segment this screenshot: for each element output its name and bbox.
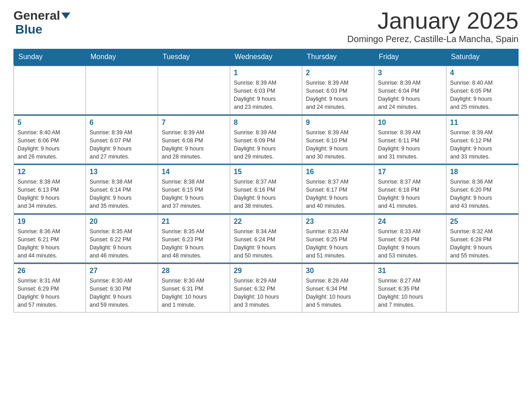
calendar-cell: 20Sunrise: 8:35 AM Sunset: 6:22 PM Dayli… <box>86 214 158 263</box>
day-number: 2 <box>306 69 370 77</box>
day-number: 31 <box>378 267 442 275</box>
calendar-cell: 25Sunrise: 8:32 AM Sunset: 6:28 PM Dayli… <box>446 214 519 263</box>
calendar-cell: 10Sunrise: 8:39 AM Sunset: 6:11 PM Dayli… <box>374 116 446 164</box>
day-number: 16 <box>306 168 370 176</box>
day-number: 15 <box>234 168 298 176</box>
day-number: 9 <box>306 119 370 127</box>
calendar-cell: 28Sunrise: 8:30 AM Sunset: 6:31 PM Dayli… <box>158 264 230 313</box>
day-info: Sunrise: 8:39 AM Sunset: 6:03 PM Dayligh… <box>234 79 298 111</box>
day-number: 10 <box>378 119 442 127</box>
calendar-cell: 24Sunrise: 8:33 AM Sunset: 6:26 PM Dayli… <box>374 214 446 263</box>
day-number: 18 <box>450 168 515 176</box>
day-info: Sunrise: 8:28 AM Sunset: 6:34 PM Dayligh… <box>306 277 370 309</box>
location-subtitle: Domingo Perez, Castille-La Mancha, Spain <box>348 34 519 44</box>
day-info: Sunrise: 8:36 AM Sunset: 6:20 PM Dayligh… <box>450 178 515 210</box>
calendar-cell: 12Sunrise: 8:38 AM Sunset: 6:13 PM Dayli… <box>14 165 86 214</box>
calendar-header-tuesday: Tuesday <box>158 49 230 65</box>
calendar-cell <box>446 264 519 313</box>
day-number: 29 <box>234 267 298 275</box>
calendar-cell: 27Sunrise: 8:30 AM Sunset: 6:30 PM Dayli… <box>86 264 158 313</box>
calendar-table: SundayMondayTuesdayWednesdayThursdayFrid… <box>13 49 519 313</box>
calendar-week-row-3: 19Sunrise: 8:36 AM Sunset: 6:21 PM Dayli… <box>14 214 519 263</box>
day-info: Sunrise: 8:39 AM Sunset: 6:03 PM Dayligh… <box>306 79 370 111</box>
calendar-cell: 11Sunrise: 8:39 AM Sunset: 6:12 PM Dayli… <box>446 116 519 164</box>
logo-general-text: General <box>13 9 60 23</box>
calendar-cell: 2Sunrise: 8:39 AM Sunset: 6:03 PM Daylig… <box>302 66 374 115</box>
day-info: Sunrise: 8:37 AM Sunset: 6:17 PM Dayligh… <box>306 178 370 210</box>
calendar-cell: 16Sunrise: 8:37 AM Sunset: 6:17 PM Dayli… <box>302 165 374 214</box>
day-info: Sunrise: 8:37 AM Sunset: 6:18 PM Dayligh… <box>378 178 442 210</box>
day-info: Sunrise: 8:39 AM Sunset: 6:10 PM Dayligh… <box>306 128 370 161</box>
day-info: Sunrise: 8:29 AM Sunset: 6:32 PM Dayligh… <box>234 277 298 309</box>
calendar-cell: 18Sunrise: 8:36 AM Sunset: 6:20 PM Dayli… <box>446 165 519 214</box>
day-number: 3 <box>378 69 442 77</box>
calendar-cell: 3Sunrise: 8:39 AM Sunset: 6:04 PM Daylig… <box>374 66 446 115</box>
month-title: January 2025 <box>348 9 519 32</box>
calendar-cell: 15Sunrise: 8:37 AM Sunset: 6:16 PM Dayli… <box>230 165 302 214</box>
day-info: Sunrise: 8:27 AM Sunset: 6:35 PM Dayligh… <box>378 277 442 309</box>
day-info: Sunrise: 8:34 AM Sunset: 6:24 PM Dayligh… <box>234 227 298 260</box>
day-info: Sunrise: 8:31 AM Sunset: 6:29 PM Dayligh… <box>17 277 82 309</box>
day-number: 22 <box>234 218 298 226</box>
day-info: Sunrise: 8:37 AM Sunset: 6:16 PM Dayligh… <box>234 178 298 210</box>
day-info: Sunrise: 8:35 AM Sunset: 6:23 PM Dayligh… <box>162 227 226 260</box>
calendar-cell: 23Sunrise: 8:33 AM Sunset: 6:25 PM Dayli… <box>302 214 374 263</box>
calendar-cell: 19Sunrise: 8:36 AM Sunset: 6:21 PM Dayli… <box>14 214 86 263</box>
title-area: January 2025 Domingo Perez, Castille-La … <box>348 9 519 44</box>
day-info: Sunrise: 8:33 AM Sunset: 6:26 PM Dayligh… <box>378 227 442 260</box>
day-number: 12 <box>17 168 82 176</box>
calendar-cell: 30Sunrise: 8:28 AM Sunset: 6:34 PM Dayli… <box>302 264 374 313</box>
day-number: 17 <box>378 168 442 176</box>
calendar-cell: 21Sunrise: 8:35 AM Sunset: 6:23 PM Dayli… <box>158 214 230 263</box>
day-number: 25 <box>450 218 515 226</box>
calendar-header-monday: Monday <box>86 49 158 65</box>
calendar-cell <box>158 66 230 115</box>
day-info: Sunrise: 8:30 AM Sunset: 6:31 PM Dayligh… <box>162 277 226 309</box>
calendar-cell: 14Sunrise: 8:38 AM Sunset: 6:15 PM Dayli… <box>158 165 230 214</box>
calendar-cell: 26Sunrise: 8:31 AM Sunset: 6:29 PM Dayli… <box>14 264 86 313</box>
calendar-cell: 22Sunrise: 8:34 AM Sunset: 6:24 PM Dayli… <box>230 214 302 263</box>
day-number: 30 <box>306 267 370 275</box>
calendar-cell: 17Sunrise: 8:37 AM Sunset: 6:18 PM Dayli… <box>374 165 446 214</box>
day-info: Sunrise: 8:33 AM Sunset: 6:25 PM Dayligh… <box>306 227 370 260</box>
calendar-week-row-0: 1Sunrise: 8:39 AM Sunset: 6:03 PM Daylig… <box>14 66 519 115</box>
calendar-header-wednesday: Wednesday <box>230 49 302 65</box>
calendar-header-friday: Friday <box>374 49 446 65</box>
calendar-cell: 7Sunrise: 8:39 AM Sunset: 6:08 PM Daylig… <box>158 116 230 164</box>
calendar-cell <box>14 66 86 115</box>
day-number: 19 <box>17 218 82 226</box>
day-number: 1 <box>234 69 298 77</box>
day-number: 23 <box>306 218 370 226</box>
day-info: Sunrise: 8:39 AM Sunset: 6:04 PM Dayligh… <box>378 79 442 111</box>
day-info: Sunrise: 8:30 AM Sunset: 6:30 PM Dayligh… <box>90 277 154 309</box>
day-number: 5 <box>17 119 82 127</box>
day-info: Sunrise: 8:38 AM Sunset: 6:14 PM Dayligh… <box>90 178 154 210</box>
calendar-week-row-1: 5Sunrise: 8:40 AM Sunset: 6:06 PM Daylig… <box>14 116 519 164</box>
calendar-cell: 31Sunrise: 8:27 AM Sunset: 6:35 PM Dayli… <box>374 264 446 313</box>
day-info: Sunrise: 8:39 AM Sunset: 6:09 PM Dayligh… <box>234 128 298 161</box>
day-info: Sunrise: 8:40 AM Sunset: 6:05 PM Dayligh… <box>450 79 515 111</box>
day-number: 8 <box>234 119 298 127</box>
day-info: Sunrise: 8:38 AM Sunset: 6:13 PM Dayligh… <box>17 178 82 210</box>
calendar-week-row-4: 26Sunrise: 8:31 AM Sunset: 6:29 PM Dayli… <box>14 264 519 313</box>
day-number: 4 <box>450 69 515 77</box>
calendar-cell: 8Sunrise: 8:39 AM Sunset: 6:09 PM Daylig… <box>230 116 302 164</box>
day-number: 26 <box>17 267 82 275</box>
day-info: Sunrise: 8:39 AM Sunset: 6:11 PM Dayligh… <box>378 128 442 161</box>
header: General Blue January 2025 Domingo Perez,… <box>13 9 519 44</box>
day-info: Sunrise: 8:36 AM Sunset: 6:21 PM Dayligh… <box>17 227 82 260</box>
day-info: Sunrise: 8:35 AM Sunset: 6:22 PM Dayligh… <box>90 227 154 260</box>
calendar-header-thursday: Thursday <box>302 49 374 65</box>
day-number: 11 <box>450 119 515 127</box>
logo: General Blue <box>13 9 70 37</box>
calendar-cell: 13Sunrise: 8:38 AM Sunset: 6:14 PM Dayli… <box>86 165 158 214</box>
day-number: 7 <box>162 119 226 127</box>
day-number: 20 <box>90 218 154 226</box>
calendar-week-row-2: 12Sunrise: 8:38 AM Sunset: 6:13 PM Dayli… <box>14 165 519 214</box>
day-info: Sunrise: 8:39 AM Sunset: 6:08 PM Dayligh… <box>162 128 226 161</box>
logo-blue-text: Blue <box>15 23 43 37</box>
calendar-header-row: SundayMondayTuesdayWednesdayThursdayFrid… <box>14 49 519 65</box>
day-info: Sunrise: 8:39 AM Sunset: 6:12 PM Dayligh… <box>450 128 515 161</box>
day-number: 28 <box>162 267 226 275</box>
day-number: 21 <box>162 218 226 226</box>
